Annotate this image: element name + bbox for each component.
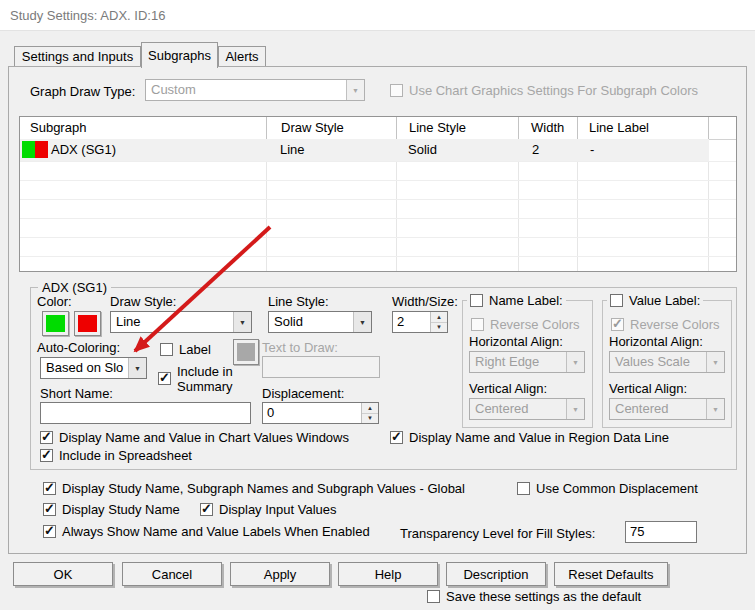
chevron-down-icon: ▼ (566, 399, 584, 419)
display-global-checkbox[interactable]: Display Study Name, Subgraph Names and S… (43, 481, 465, 496)
display-region-data-line-checkbox[interactable]: Display Name and Value in Region Data Li… (390, 430, 669, 445)
description-button[interactable]: Description (446, 562, 546, 586)
cancel-button[interactable]: Cancel (122, 562, 222, 586)
name-label-checkbox[interactable]: Name Label: (467, 293, 566, 308)
checkbox-label: Label (179, 342, 211, 357)
checkbox-icon (40, 431, 53, 444)
line-style-dropdown[interactable]: Solid ▼ (268, 311, 372, 333)
red-swatch (78, 315, 97, 332)
chevron-down-icon: ▼ (233, 312, 251, 332)
ok-button[interactable]: OK (13, 562, 113, 586)
value-vertical-align-dropdown: Centered ▼ (609, 398, 725, 420)
color-label: Color: (37, 294, 72, 309)
spin-up-icon[interactable]: ▲ (362, 403, 378, 414)
spin-down-icon[interactable]: ▼ (362, 414, 378, 424)
help-button[interactable]: Help (338, 562, 438, 586)
displacement-label: Displacement: (262, 386, 344, 401)
include-in-summary-checkbox[interactable]: Include in Summary (158, 364, 233, 394)
subgraph-table-header: Subgraph Draw Style Line Style Width Lin… (20, 117, 736, 140)
checkbox-label: Reverse Colors (630, 317, 720, 332)
chevron-down-icon: ▼ (353, 312, 371, 332)
checkbox-icon (43, 503, 56, 516)
column-header-line-label: Line Label (578, 117, 709, 139)
value-horizontal-align-dropdown: Values Scale ▼ (609, 351, 725, 373)
auto-coloring-label: Auto-Coloring: (37, 340, 120, 355)
tab-alerts[interactable]: Alerts (218, 46, 266, 66)
table-row-adx-sg1[interactable]: ADX (SG1) Line Solid 2 - (20, 139, 709, 161)
spin-down-icon[interactable]: ▼ (431, 323, 447, 333)
cell-line-style: Solid (408, 142, 437, 157)
value-label-checkbox[interactable]: Value Label: (607, 293, 703, 308)
apply-button[interactable]: Apply (230, 562, 330, 586)
checkbox-label: Name Label: (489, 293, 563, 308)
include-in-spreadsheet-checkbox[interactable]: Include in Spreadsheet (40, 448, 192, 463)
transparency-input[interactable]: 75 (625, 521, 697, 543)
checkbox-label: Display Study Name, Subgraph Names and S… (62, 481, 465, 496)
width-size-value: 2 (393, 312, 430, 332)
checkbox-label: Include in Summary (177, 364, 233, 394)
draw-style-label: Draw Style: (110, 294, 176, 309)
value-horizontal-align-label: Horizontal Align: (609, 334, 703, 349)
always-show-labels-checkbox[interactable]: Always Show Name and Value Labels When E… (43, 524, 370, 539)
name-horizontal-align-dropdown: Right Edge ▼ (469, 351, 585, 373)
name-vertical-align-label: Vertical Align: (469, 381, 547, 396)
checkbox-icon (160, 343, 173, 356)
width-size-label: Width/Size: (392, 294, 458, 309)
width-size-spinner[interactable]: 2 ▲▼ (392, 311, 448, 333)
tab-settings-and-inputs[interactable]: Settings and Inputs (14, 46, 141, 66)
study-settings-dialog: Study Settings: ADX. ID:16 Settings and … (0, 0, 755, 610)
subgraph-color-swatch-red (35, 141, 48, 158)
draw-style-dropdown[interactable]: Line ▼ (110, 311, 252, 333)
line-style-value: Solid (269, 312, 353, 332)
cell-width: 2 (532, 142, 539, 157)
display-study-name-checkbox[interactable]: Display Study Name (43, 502, 180, 517)
column-header-line-style: Line Style (397, 117, 519, 139)
subgraph-table: Subgraph Draw Style Line Style Width Lin… (19, 116, 737, 272)
color-button-red[interactable] (74, 311, 101, 336)
spin-up-icon[interactable]: ▲ (431, 312, 447, 323)
checkbox-icon (158, 372, 171, 385)
use-common-displacement-checkbox[interactable]: Use Common Displacement (517, 481, 698, 496)
column-header-width: Width (519, 117, 578, 139)
display-input-values-checkbox[interactable]: Display Input Values (200, 502, 337, 517)
groupbox-title: ADX (SG1) (38, 280, 111, 295)
chevron-down-icon: ▼ (566, 352, 584, 372)
save-default-checkbox[interactable]: Save these settings as the default (427, 589, 641, 604)
reset-defaults-button[interactable]: Reset Defaults (554, 562, 668, 586)
auto-coloring-value: Based on Slo (41, 358, 128, 378)
displacement-spinner[interactable]: 0 ▲▼ (262, 402, 379, 424)
transparency-label: Transparency Level for Fill Styles: (400, 526, 595, 541)
tab-label: Alerts (225, 49, 258, 64)
value-reverse-colors-checkbox: Reverse Colors (611, 317, 720, 332)
draw-style-value: Line (111, 312, 233, 332)
auto-coloring-dropdown[interactable]: Based on Slo ▼ (40, 357, 147, 379)
name-reverse-colors-checkbox: Reverse Colors (471, 317, 580, 332)
chevron-down-icon: ▼ (706, 352, 724, 372)
checkbox-icon (43, 482, 56, 495)
text-to-draw-input (262, 356, 380, 378)
checkbox-label: Always Show Name and Value Labels When E… (62, 524, 370, 539)
tab-label: Settings and Inputs (22, 49, 133, 64)
chevron-down-icon: ▼ (128, 358, 146, 378)
checkbox-label: Display Name and Value in Chart Values W… (59, 430, 349, 445)
green-swatch (46, 315, 65, 332)
checkbox-icon (611, 318, 624, 331)
color-button-green[interactable] (42, 311, 69, 336)
display-chart-values-checkbox[interactable]: Display Name and Value in Chart Values W… (40, 430, 349, 445)
checkbox-icon (517, 482, 530, 495)
subgraph-table-body: ADX (SG1) Line Solid 2 - (20, 139, 736, 271)
checkbox-label: Display Input Values (219, 502, 337, 517)
short-name-label: Short Name: (40, 386, 113, 401)
titlebar: Study Settings: ADX. ID:16 (0, 0, 755, 31)
graph-draw-type-value: Custom (146, 80, 346, 100)
checkbox-label: Use Common Displacement (536, 481, 698, 496)
checkbox-label: Value Label: (629, 293, 700, 308)
name-vertical-align-dropdown: Centered ▼ (469, 398, 585, 420)
tab-subgraphs[interactable]: Subgraphs (141, 42, 218, 68)
graph-draw-type-dropdown: Custom ▼ (145, 79, 365, 101)
text-to-draw-label: Text to Draw: (262, 340, 338, 355)
short-name-input[interactable] (40, 402, 251, 424)
label-checkbox[interactable]: Label (160, 342, 211, 357)
use-chart-graphics-checkbox: Use Chart Graphics Settings For Subgraph… (390, 83, 698, 98)
label-color-button[interactable] (233, 339, 259, 365)
